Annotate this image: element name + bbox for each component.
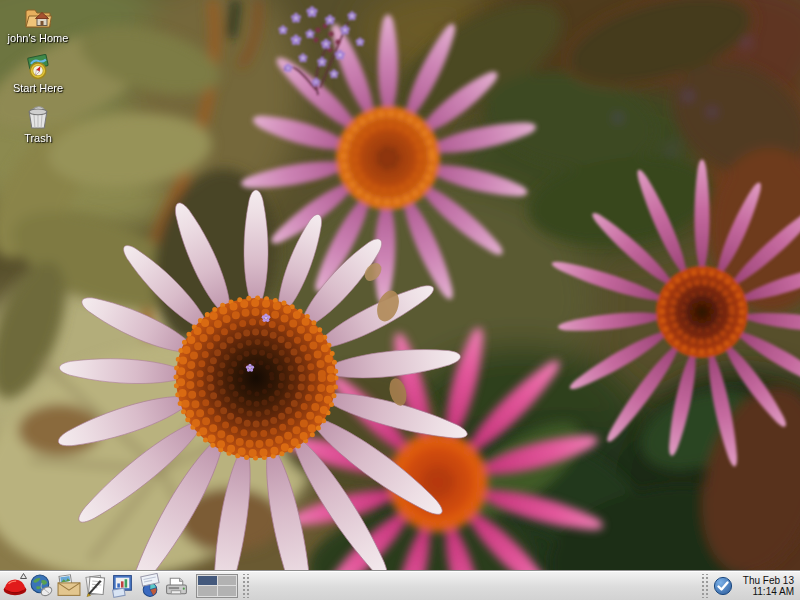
email-launcher[interactable] [55, 572, 82, 600]
icon-label: john's Home [8, 32, 69, 44]
main-menu-button[interactable] [1, 572, 28, 600]
home-folder-icon [23, 4, 53, 30]
envelope-photo-icon [56, 574, 82, 598]
print-manager-launcher[interactable] [163, 572, 190, 600]
update-notifier-button[interactable] [711, 573, 735, 599]
workspace-4[interactable] [218, 586, 237, 596]
wallpaper [0, 0, 800, 600]
panel-right-area: Thu Feb 13 11:14 AM [697, 573, 797, 599]
workspace-2[interactable] [218, 576, 237, 586]
icon-label: Trash [24, 132, 52, 144]
clock-time: 11:14 AM [743, 586, 794, 597]
desktop-icon-start-here[interactable]: Start Here [6, 53, 70, 94]
presentation-launcher[interactable] [136, 572, 163, 600]
workspace-3[interactable] [198, 586, 217, 596]
panel-drag-handle[interactable] [241, 574, 249, 598]
desktop-icon-list: john's Home Start Here Trash [6, 4, 76, 153]
spreadsheet-launcher[interactable] [109, 572, 136, 600]
start-here-icon [24, 53, 52, 80]
web-browser-launcher[interactable] [28, 572, 55, 600]
taskbar: Thu Feb 13 11:14 AM [0, 570, 800, 600]
icon-label: Start Here [13, 82, 63, 94]
trash-icon [24, 103, 52, 130]
desktop-icon-johns-home[interactable]: john's Home [6, 4, 70, 44]
workspace-switcher[interactable] [196, 574, 238, 598]
printer-icon [164, 573, 189, 598]
clock-date: Thu Feb 13 [743, 575, 794, 586]
desktop-icon-trash[interactable]: Trash [6, 103, 70, 144]
word-processor-launcher[interactable] [82, 572, 109, 600]
pie-chart-icon [137, 573, 163, 598]
clock[interactable]: Thu Feb 13 11:14 AM [743, 575, 797, 597]
workspace-1[interactable] [198, 576, 217, 586]
menu-arrow-icon [20, 573, 27, 579]
bar-chart-screen-icon [110, 573, 135, 598]
globe-mouse-icon [29, 573, 54, 598]
update-check-icon [713, 576, 733, 596]
documents-pen-icon [83, 573, 108, 598]
notification-drag-handle[interactable] [700, 574, 708, 598]
